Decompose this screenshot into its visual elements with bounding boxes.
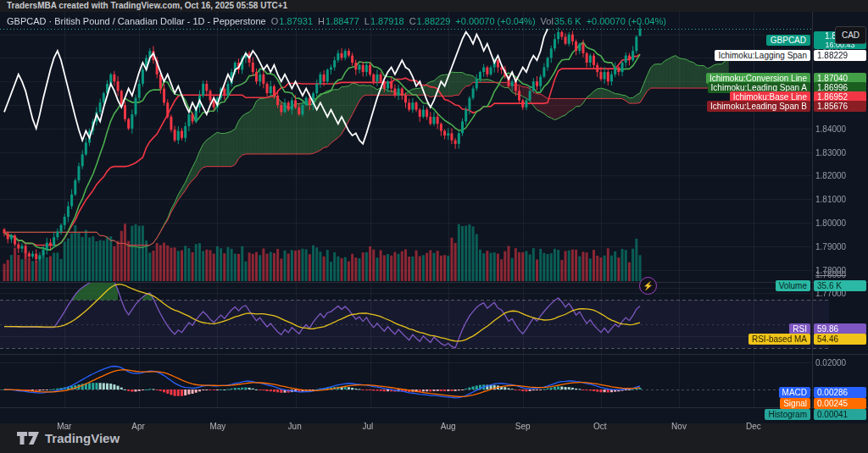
axis-tick: 1.80000 xyxy=(815,218,865,228)
month-label: May xyxy=(209,422,225,431)
ohlc-value: 1.88229 xyxy=(417,16,451,26)
vol-change: +0.00070 (+0.04%) xyxy=(587,16,666,26)
label-lagging-value: 1.88229 xyxy=(814,50,866,61)
tradingview-logo-icon xyxy=(17,431,39,445)
tradingview-logo-text: TradingView xyxy=(45,431,120,445)
symbol-price-tag: GBPCAD xyxy=(766,35,810,46)
month-label: Oct xyxy=(593,422,607,431)
tradingview-chart-screenshot: TradersMBA created with TradingView.com,… xyxy=(0,0,868,453)
axis-tick: 1.84000 xyxy=(815,124,865,134)
bottom-bar: TradingView xyxy=(0,423,868,453)
label-rsi-ma-name: RSI-based MA xyxy=(748,334,810,345)
axis-tick: 0.02000 xyxy=(815,358,865,367)
ohlc-value: 1.87931 xyxy=(279,16,313,26)
label-volume-value: 35.6 K xyxy=(814,280,866,291)
axis-tick: 1.81000 xyxy=(815,195,865,204)
chart-area: GBPCAD · British Pound / Canadian Dollar… xyxy=(0,12,868,423)
month-label: Mar xyxy=(57,422,71,431)
vol-label: Vol xyxy=(541,16,554,26)
lightning-button[interactable]: ⚡ xyxy=(639,277,657,295)
label-rsi-ma-value: 54.46 xyxy=(814,334,866,345)
ohlc-value: 1.88477 xyxy=(326,16,359,26)
label-span-b-name: Ichimoku:Leading Span B xyxy=(707,101,810,112)
vol-value: 35.6 K xyxy=(554,16,581,26)
ohlc-values: O1.87931H1.88477L1.87918C1.88229 xyxy=(271,16,456,26)
symbol-title[interactable]: GBPCAD · British Pound / Canadian Dollar… xyxy=(7,16,266,26)
label-span-b-value: 1.85676 xyxy=(814,101,866,112)
axis-tick: 1.79000 xyxy=(815,242,865,251)
currency-axis-button[interactable]: CAD xyxy=(835,26,866,44)
month-label: Dec xyxy=(746,422,761,431)
month-label: Apr xyxy=(131,422,145,431)
label-lagging-name: Ichimoku:Lagging Span xyxy=(715,50,810,61)
label-signal-value: 0.00245 xyxy=(814,398,866,409)
axis-tick: 1.83000 xyxy=(815,148,865,157)
ohlc-letter: L xyxy=(364,16,370,26)
month-label: Aug xyxy=(441,422,456,431)
month-label: Jun xyxy=(288,422,302,431)
symbol-info-bar: GBPCAD · British Pound / Canadian Dollar… xyxy=(7,14,671,28)
ohlc-letter: H xyxy=(318,16,325,26)
change-value: +0.00070 (+0.04%) xyxy=(455,16,535,26)
tradingview-logo[interactable]: TradingView xyxy=(17,431,120,445)
ohlc-letter: C xyxy=(409,16,416,26)
month-label: Sep xyxy=(515,422,531,431)
ohlc-value: 1.87918 xyxy=(370,16,404,26)
month-label: Jul xyxy=(363,422,374,431)
attribution-bar: TradersMBA created with TradingView.com,… xyxy=(0,0,868,12)
axis-tick: 1.82000 xyxy=(815,171,865,180)
attribution-text: TradersMBA created with TradingView.com,… xyxy=(7,1,287,10)
label-macd-value: 0.00286 xyxy=(814,387,866,398)
axis-tick: 1.76000 xyxy=(815,270,865,279)
ohlc-letter: O xyxy=(271,16,279,26)
label-signal-name: Signal xyxy=(780,398,810,409)
label-volume-name: Volume xyxy=(776,280,810,291)
month-label: Nov xyxy=(671,422,687,431)
label-histogram-value: 0.00041 xyxy=(814,409,866,420)
lightning-icon: ⚡ xyxy=(643,281,653,290)
label-macd-name: MACD xyxy=(779,387,810,398)
label-histogram-name: Histogram xyxy=(765,409,810,420)
